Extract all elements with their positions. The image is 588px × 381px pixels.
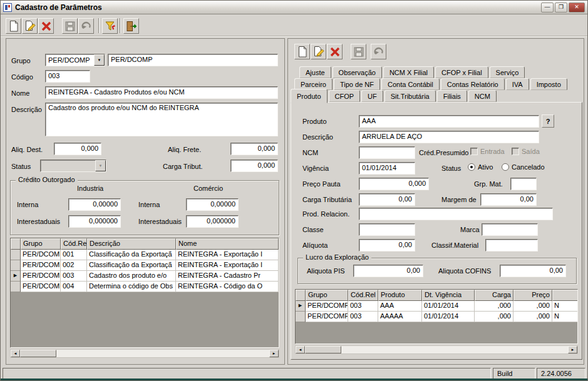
tab-conta-contabil[interactable]: Conta Contábil [381, 78, 440, 90]
filter-button[interactable] [102, 18, 118, 34]
tab-servico[interactable]: Serviço [490, 66, 525, 78]
cell[interactable]: 003 [61, 271, 87, 282]
cell[interactable]: 001 [61, 250, 87, 260]
cell[interactable]: ,000 [513, 312, 552, 322]
descricao-field[interactable]: ARRUELA DE AÇO [359, 131, 539, 143]
classe-field[interactable] [359, 223, 415, 236]
scroll-left-icon[interactable]: ◄ [11, 350, 20, 357]
industria-interna-field[interactable]: 0,00000 [68, 198, 121, 211]
delete-button[interactable] [38, 18, 54, 34]
undo-button[interactable] [78, 18, 94, 34]
cell[interactable]: 003 [348, 301, 378, 312]
new-button[interactable] [6, 18, 21, 34]
chevron-down-icon[interactable]: ▼ [95, 160, 106, 171]
cell[interactable]: AAAAA [378, 312, 422, 322]
horizontal-scrollbar[interactable]: ◄ ► [10, 349, 279, 358]
scroll-right-icon[interactable]: ► [568, 346, 577, 353]
table-row[interactable]: PER/DCOMP 004 Determina o código de Obs … [11, 282, 279, 292]
cell[interactable]: PER/DCOMP [21, 282, 61, 292]
save-button[interactable] [62, 18, 78, 34]
parameters-grid[interactable]: Grupo Cód.Rel Descrição Nome PER/DCOMP 0… [10, 238, 279, 348]
cell[interactable]: ,000 [475, 312, 513, 322]
column-header[interactable]: Grupo [306, 290, 348, 301]
column-header[interactable] [552, 290, 578, 301]
tab-contas-relatorio[interactable]: Contas Relatório [441, 78, 505, 90]
comercio-interna-field[interactable]: 0,00000 [186, 198, 239, 211]
help-button[interactable]: ? [542, 114, 554, 128]
tab-cfop[interactable]: CFOP [329, 90, 361, 102]
maximize-button[interactable]: ❐ [555, 3, 567, 13]
scroll-thumb[interactable] [20, 350, 56, 357]
scroll-right-icon[interactable]: ► [269, 350, 279, 357]
aliquota-field[interactable]: 0,00 [359, 239, 415, 251]
saida-checkbox[interactable]: Saída [512, 148, 540, 155]
detail-undo-button[interactable] [371, 44, 386, 59]
cancelado-radio[interactable]: Cancelado [502, 163, 545, 171]
tab-ajuste[interactable]: Ajuste [299, 66, 331, 78]
cell[interactable]: REINTEGRA - Exportação I [176, 250, 279, 260]
cell[interactable]: 01/01/2014 [422, 301, 475, 312]
cell[interactable]: 01/01/2014 [422, 312, 475, 322]
grupo-combo[interactable]: PER/DCOMP ▼ [45, 54, 105, 66]
cell[interactable]: Classificação da Exportaçã [87, 250, 176, 260]
comercio-interestaduais-field[interactable]: 0,000000 [186, 215, 239, 228]
cell[interactable]: Determina o código de Obs [87, 282, 176, 292]
nome-field[interactable]: REINTEGRA - Cadastro Produtos e/ou NCM [45, 86, 278, 99]
cell[interactable]: PER/DCOMP [21, 260, 61, 271]
column-header[interactable]: Cód.Rel [61, 238, 87, 250]
cell[interactable]: ,000 [475, 301, 513, 312]
cell[interactable]: 002 [61, 260, 87, 271]
tab-ncm-x-filial[interactable]: NCM X Filial [383, 66, 434, 78]
column-header[interactable]: Dt. Vigência [422, 290, 475, 301]
horizontal-scrollbar[interactable]: ◄ ► [295, 345, 578, 354]
exit-button[interactable] [123, 18, 139, 34]
ativo-radio[interactable]: Ativo [468, 163, 493, 171]
cell[interactable]: ,000 [513, 301, 552, 312]
table-row[interactable]: PER/DCOMP 001 Classificação da Exportaçã… [11, 250, 279, 260]
grupo-text-field[interactable]: PER/DCOMP [108, 54, 278, 66]
cell[interactable]: 003 [348, 312, 378, 322]
column-header[interactable]: Cód.Rel [348, 290, 378, 301]
cell[interactable]: REINTEGRA - Exportação I [176, 260, 279, 271]
tab-imposto[interactable]: Imposto [530, 78, 567, 90]
column-header[interactable]: Descrição [87, 238, 176, 250]
industria-interestaduais-field[interactable]: 0,000000 [68, 215, 121, 228]
tab-cfop-x-filial[interactable]: CFOP x Filial [435, 66, 488, 78]
produto-field[interactable]: AAA [359, 115, 539, 128]
ncm-field[interactable] [359, 146, 415, 159]
cell[interactable]: PER/DCOMP [306, 301, 348, 312]
carga-tribut-field[interactable]: 0,000 [230, 160, 278, 172]
chevron-down-icon[interactable]: ▼ [94, 54, 105, 66]
aliq-frete-field[interactable]: 0,000 [230, 143, 278, 155]
cell[interactable]: N [552, 312, 578, 322]
tab-observacao[interactable]: Observação [333, 66, 382, 78]
aliquota-pis-field[interactable]: 0,00 [353, 265, 423, 277]
produtos-grid[interactable]: Grupo Cód.Rel Produto Dt. Vigência Carga… [295, 289, 578, 344]
classif-material-field[interactable] [485, 239, 538, 251]
detail-edit-button[interactable] [311, 44, 326, 59]
entrada-checkbox[interactable]: Entrada [470, 148, 505, 155]
tab-iva[interactable]: IVA [506, 78, 529, 90]
table-row[interactable]: PER/DCOMP 002 Classificação da Exportaçã… [11, 260, 279, 271]
table-row[interactable]: PER/DCOMP 003 AAAAA 01/01/2014 ,000 ,000… [296, 312, 577, 322]
edit-button[interactable] [22, 18, 38, 34]
tab-produto[interactable]: Produto [291, 89, 328, 103]
grp-mat-field[interactable] [510, 178, 537, 190]
scroll-left-icon[interactable]: ◄ [296, 346, 305, 353]
aliquota-cofins-field[interactable]: 0,00 [500, 265, 566, 277]
column-header[interactable]: Grupo [21, 238, 61, 250]
minimize-button[interactable]: — [541, 3, 554, 13]
cell[interactable]: PER/DCOMP [306, 312, 348, 322]
status-combo[interactable]: ▼ [40, 160, 106, 172]
cell[interactable]: REINTEGRA - Código da O [176, 282, 279, 292]
column-header[interactable]: Carga [475, 290, 513, 301]
cell[interactable]: Classificação da Exportaçã [87, 260, 176, 271]
tab-uf[interactable]: UF [361, 90, 383, 102]
cell[interactable]: Cadastro dos produto e/o [87, 271, 176, 282]
close-button[interactable]: ✕ [569, 3, 585, 13]
tab-filiais[interactable]: Filiais [437, 90, 467, 102]
cell[interactable]: 004 [61, 282, 87, 292]
scroll-thumb[interactable] [305, 346, 341, 353]
margem-field[interactable]: 0,00 [480, 193, 537, 206]
cell[interactable]: N [552, 301, 578, 312]
